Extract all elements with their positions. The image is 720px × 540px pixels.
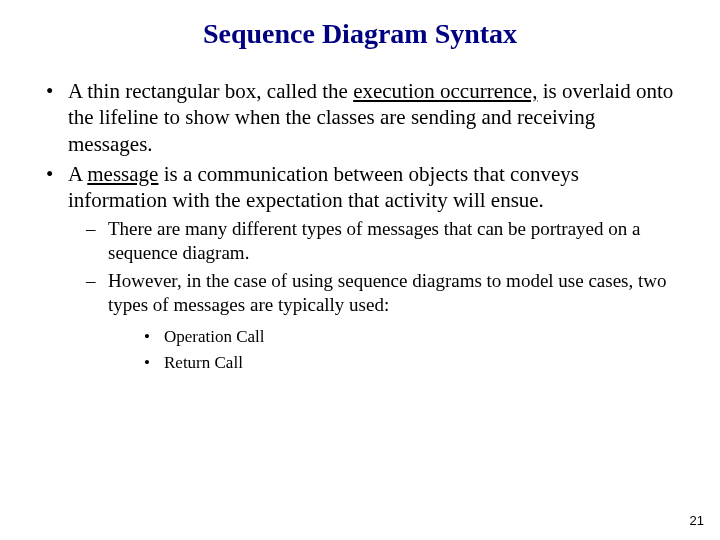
list-item: A message is a communication between obj…	[40, 161, 680, 373]
underlined-term: execution occurrence,	[353, 79, 537, 103]
list-item: There are many different types of messag…	[68, 217, 680, 265]
slide-body: A thin rectangular box, called the execu…	[0, 78, 720, 373]
bullet-list-l3: Operation Call Return Call	[108, 326, 680, 373]
underlined-term: message	[87, 162, 158, 186]
text-run: A thin rectangular box, called the	[68, 79, 353, 103]
text-run: A	[68, 162, 87, 186]
page-number: 21	[690, 513, 704, 528]
text-run: However, in the case of using sequence d…	[108, 270, 667, 315]
list-item: Operation Call	[108, 326, 680, 347]
slide-title: Sequence Diagram Syntax	[0, 0, 720, 78]
list-item: Return Call	[108, 352, 680, 373]
bullet-list-l1: A thin rectangular box, called the execu…	[40, 78, 680, 373]
bullet-list-l2: There are many different types of messag…	[68, 217, 680, 373]
list-item: However, in the case of using sequence d…	[68, 269, 680, 373]
list-item: A thin rectangular box, called the execu…	[40, 78, 680, 157]
